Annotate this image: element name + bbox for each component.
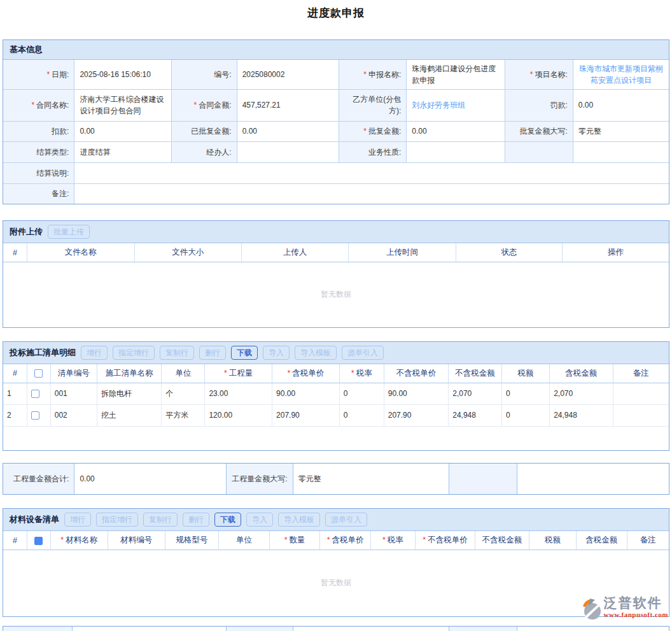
vendor-logo-icon <box>581 597 603 623</box>
row-amount-notax: 24,948 <box>449 404 502 426</box>
material-col-unit: 单位 <box>219 531 269 550</box>
page-title: 进度款申报 <box>3 0 669 20</box>
settle-type-label: 结算类型: <box>3 141 74 162</box>
attachments-title: 附件上传 <box>10 226 43 238</box>
approved-caps-label: 批复金额大写: <box>505 121 573 141</box>
row-amount-notax: 2,070 <box>449 383 502 404</box>
row-remark <box>613 383 669 404</box>
row-amount-tax: 24,948 <box>550 404 613 426</box>
bid-col-amount-notax: 不含税金额 <box>449 364 502 383</box>
contract-amount-label: 合同金额: <box>194 101 232 110</box>
material-col-remark: 备注 <box>627 531 669 550</box>
number-label: 编号: <box>172 60 237 89</box>
row-unit: 平方米 <box>162 404 205 426</box>
handler-label: 经办人: <box>172 141 237 162</box>
empty-label-cell <box>505 141 573 162</box>
attachments-header: 附件上传 批量上传 <box>3 221 669 243</box>
row-qty: 23.00 <box>205 383 272 404</box>
party-b-label: 乙方单位(分包方): <box>339 89 407 121</box>
project-name-link[interactable]: 珠海市城市更新项目紫桐苑安置点设计项目 <box>579 64 663 85</box>
material-total-empty-value <box>517 627 669 631</box>
vendor-watermark: 泛普软件 www.fanpusoft.com <box>581 596 668 623</box>
row-code: 002 <box>50 404 97 426</box>
bid-import-button[interactable]: 导入 <box>263 346 290 360</box>
settle-note-value <box>74 162 669 183</box>
bid-col-index: # <box>3 364 27 383</box>
material-col-tax-rate: 税率 <box>382 535 403 544</box>
row-qty: 120.00 <box>205 404 272 426</box>
attach-col-filename: 文件名称 <box>27 243 134 262</box>
attach-col-status: 状态 <box>456 243 562 262</box>
party-b-link[interactable]: 刘永好劳务班组 <box>412 101 465 110</box>
attach-col-uploadtime: 上传时间 <box>349 243 456 262</box>
material-col-code: 材料编号 <box>108 531 165 550</box>
vendor-name: 泛普软件 <box>604 596 668 611</box>
remark-label: 备注: <box>3 183 74 204</box>
bid-list-section: 投标施工清单明细 增行 指定增行 复制行 删行 下载 导入 导入模板 源单引入 … <box>3 341 669 451</box>
material-delete-row-button[interactable]: 删行 <box>183 513 209 527</box>
bid-import-template-button[interactable]: 导入模板 <box>295 346 337 360</box>
material-import-template-button[interactable]: 导入模板 <box>278 513 320 527</box>
bid-source-ref-button[interactable]: 源单引入 <box>342 346 384 360</box>
material-empty-text: 暂无数据 <box>3 550 669 616</box>
bid-col-tax-rate: 税率 <box>351 369 372 378</box>
empty-value-cell <box>573 141 669 162</box>
biz-nature-label: 业务性质: <box>339 141 407 162</box>
row-tax-rate: 0 <box>339 383 384 404</box>
bid-col-price-notax: 不含税单价 <box>384 364 448 383</box>
row-price-tax: 207.90 <box>272 404 340 426</box>
quantity-total-section: 工程量金额合计: 0.00 工程量金额大写: 零元整 <box>3 463 669 495</box>
bid-delete-row-button[interactable]: 删行 <box>199 346 226 360</box>
bid-insert-row-button[interactable]: 指定增行 <box>113 346 155 360</box>
basic-info-grid: 日期: 2025-08-16 15:06:10 编号: 2025080002 申… <box>3 60 669 204</box>
material-col-amount-notax: 不含税金额 <box>475 531 529 550</box>
material-source-ref-button[interactable]: 源单引入 <box>325 513 367 527</box>
approved-caps-value: 零元整 <box>573 121 669 141</box>
bid-col-qty: 工程量 <box>224 369 253 378</box>
attachments-empty-text: 暂无数据 <box>3 262 669 327</box>
basic-info-title: 基本信息 <box>10 44 43 55</box>
contract-name-value: 济南大学工科综合楼建设设计项目分包合同 <box>74 89 172 121</box>
material-total-row: 材料金额合计: 0 金额大写: 零元整 <box>3 627 669 631</box>
bid-col-name: 施工清单名称 <box>97 364 161 383</box>
material-col-price-notax: 不含税单价 <box>423 535 467 544</box>
bid-copy-row-button[interactable]: 复制行 <box>160 346 194 360</box>
material-col-index: # <box>3 531 27 550</box>
bid-list-table: # 清单编号 施工清单名称 单位 工程量 含税单价 税率 不含税单价 不含税金额… <box>3 364 669 451</box>
vendor-url: www.fanpusoft.com <box>604 611 668 618</box>
quantity-total-value: 0.00 <box>74 464 226 494</box>
material-download-button[interactable]: 下载 <box>214 513 241 527</box>
row-name: 挖土 <box>97 404 161 426</box>
bid-col-tax: 税额 <box>501 364 549 383</box>
table-row: 1 001 拆除电杆 个 23.00 90.00 0 90.00 2,070 0… <box>3 383 669 404</box>
material-select-all-checkbox[interactable] <box>34 537 43 545</box>
material-copy-row-button[interactable]: 复制行 <box>143 513 178 527</box>
material-insert-row-button[interactable]: 指定增行 <box>96 513 138 527</box>
bid-add-row-button[interactable]: 增行 <box>81 346 108 360</box>
material-total-section: 材料金额合计: 0 金额大写: 零元整 <box>3 626 669 631</box>
approved-before-value: 0.00 <box>237 121 339 141</box>
quantity-total-caps-value: 零元整 <box>293 464 449 494</box>
bid-select-all-checkbox[interactable] <box>34 369 43 378</box>
basic-info-section: 基本信息 日期: 2025-08-16 15:06:10 编号: 2025080… <box>3 39 669 204</box>
quantity-total-empty-label <box>449 464 517 494</box>
material-add-row-button[interactable]: 增行 <box>64 513 91 527</box>
material-list-table: # 材料名称 材料编号 规格型号 单位 数量 含税单价 税率 不含税单价 不含税… <box>3 531 669 616</box>
row-checkbox[interactable] <box>31 390 39 398</box>
bid-download-button[interactable]: 下载 <box>231 346 258 360</box>
row-checkbox[interactable] <box>31 411 39 420</box>
material-list-header: 材料设备清单 增行 指定增行 复制行 删行 下载 导入 导入模板 源单引入 <box>3 509 669 531</box>
deduction-label: 扣款: <box>3 121 74 141</box>
attachments-table: # 文件名称 文件大小 上传人 上传时间 状态 操作 暂无数据 <box>3 243 669 327</box>
bid-list-title: 投标施工清单明细 <box>10 347 76 358</box>
batch-upload-button[interactable]: 批量上传 <box>48 225 90 239</box>
row-tax: 0 <box>501 383 549 404</box>
material-col-name: 材料名称 <box>60 535 97 544</box>
material-total-empty-label <box>449 627 517 631</box>
declare-name-label: 申报名称: <box>363 70 401 79</box>
material-import-button[interactable]: 导入 <box>246 513 273 527</box>
date-label: 日期: <box>46 70 69 79</box>
row-tax: 0 <box>501 404 549 426</box>
attach-col-index: # <box>3 243 27 262</box>
quantity-total-empty-value <box>517 464 669 494</box>
